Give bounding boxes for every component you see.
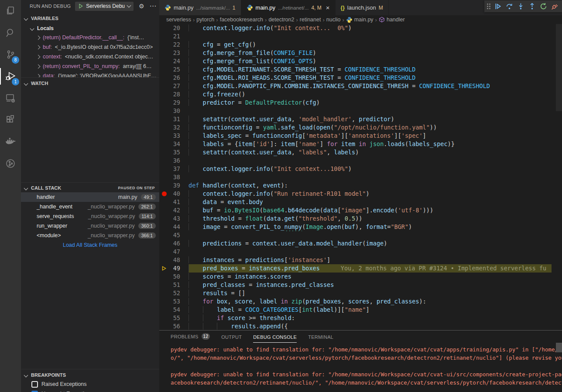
breakpoint-gutter[interactable] (159, 32, 169, 41)
breakpoint-row[interactable]: ✓Uncaught Exceptions (21, 389, 159, 392)
breakpoint-gutter[interactable] (159, 248, 169, 256)
breadcrumb-item-detectron2[interactable]: detectron2 (268, 17, 294, 23)
variables-list: (return) DefaultPredictor.__call__: {'in… (21, 33, 159, 77)
breakpoint-gutter[interactable] (159, 90, 169, 99)
panel-tab-problems[interactable]: PROBLEMS12 (171, 333, 210, 343)
expand-icon (36, 45, 41, 49)
call-stack-section-header[interactable]: CALL STACK PAUSED ON STEP (21, 184, 159, 192)
breakpoint-gutter[interactable] (159, 215, 169, 223)
step-out-button[interactable] (527, 2, 537, 11)
step-into-button[interactable] (516, 2, 525, 11)
sidebar-item-extensions[interactable] (0, 109, 21, 131)
checkbox[interactable] (31, 381, 38, 388)
panel-tab-terminal[interactable]: TERMINAL (308, 334, 333, 343)
breakpoint-gutter[interactable] (159, 190, 169, 198)
launch-config-dropdown[interactable]: Serverless Debu (75, 2, 134, 11)
breakpoint-gutter[interactable] (159, 132, 169, 140)
step-over-button[interactable] (504, 2, 514, 11)
stack-frame-row[interactable]: serve_requests_nuclio_wrapper.py114:1 (21, 211, 159, 221)
stack-frame-row[interactable]: handlermain.py49:1 (21, 192, 159, 202)
breadcrumb-item-retinanet[interactable]: retinanet (300, 17, 321, 23)
tab-main-py[interactable]: main.py.../retinanet/...4, M× (241, 0, 336, 15)
breadcrumb-item-nuclio[interactable]: nuclio (326, 17, 341, 23)
restart-button[interactable] (538, 2, 548, 11)
breakpoint-gutter[interactable] (159, 306, 169, 314)
gear-icon[interactable]: ⚙ (139, 3, 144, 9)
checkbox[interactable]: ✓ (31, 391, 38, 392)
breakpoint-gutter[interactable] (159, 41, 169, 49)
locals-scope-row[interactable]: Locals (21, 24, 159, 33)
breadcrumb-item-facebookresearch[interactable]: facebookresearch (220, 17, 263, 23)
close-icon[interactable]: × (326, 4, 330, 11)
breakpoint-gutter[interactable] (159, 140, 169, 148)
breakpoint-gutter[interactable] (159, 57, 169, 65)
stack-frame-row[interactable]: run_wrapper_nuclio_wrapper.py360:1 (21, 221, 159, 231)
code-text: def handler(context, event): (188, 181, 552, 190)
breadcrumb-item-main-py[interactable]: main.py (346, 17, 374, 23)
variable-row[interactable]: (return) convert_PIL_to_numpy: array([[[… (21, 61, 159, 71)
panel-tab-debug-console[interactable]: DEBUG CONSOLE (253, 334, 297, 343)
breadcrumb-label: serverless (166, 17, 191, 23)
sidebar-item-run-and-debug[interactable]: 1 (0, 65, 21, 87)
disconnect-button[interactable] (550, 2, 559, 11)
sidebar-item-source-control[interactable]: 8 (0, 44, 21, 65)
panel-scrollbar[interactable] (556, 343, 562, 352)
sidebar-item-git-graph[interactable] (0, 153, 21, 174)
tab-main-py[interactable]: main.py.../siammask/...1 (159, 0, 241, 15)
breakpoint-gutter[interactable] (159, 123, 169, 132)
breakpoint-gutter[interactable] (159, 49, 169, 57)
breakpoint-gutter[interactable] (159, 65, 169, 74)
breakpoint-gutter[interactable] (159, 74, 169, 82)
sidebar-item-docker[interactable] (0, 131, 21, 153)
sidebar-item-explorer[interactable] (0, 0, 21, 22)
sidebar-item-search[interactable] (0, 22, 21, 44)
variable-row[interactable]: buf: <_io.BytesIO object at 0x7f5a2dc1ec… (21, 42, 159, 52)
breadcrumb-item-handler[interactable]: handler (379, 17, 405, 23)
breakpoint-gutter[interactable] (159, 107, 169, 115)
panel-tab-output[interactable]: OUTPUT (221, 334, 242, 343)
variable-row[interactable]: context: <nuclio_sdk.context.Context obj… (21, 52, 159, 61)
breakpoint-gutter[interactable] (159, 297, 169, 306)
editor-scrollbar[interactable] (556, 24, 562, 330)
breakpoint-gutter[interactable] (159, 273, 169, 281)
variable-row[interactable]: (return) DefaultPredictor.__call__: {'in… (21, 33, 159, 42)
breakpoint-gutter[interactable] (159, 322, 169, 330)
continue-button[interactable] (493, 2, 503, 11)
stack-frame-row[interactable]: <module>_nuclio_wrapper.py366:1 (21, 231, 159, 240)
breakpoint-gutter[interactable] (159, 264, 169, 273)
breakpoint-gutter[interactable] (159, 198, 169, 206)
breakpoint-gutter[interactable] (159, 239, 169, 248)
code-editor[interactable]: 20 context.logger.info("Init context... … (159, 24, 562, 330)
variable-row[interactable]: data: {'image': 'iVBORw0KGgoAAAANSUhE… (21, 71, 159, 77)
watch-section-header[interactable]: WATCH (21, 79, 159, 88)
breakpoint-gutter[interactable] (159, 231, 169, 239)
breadcrumb-item-pytorch[interactable]: pytorch (196, 17, 214, 23)
variables-section-header[interactable]: VARIABLES (21, 14, 159, 23)
breakpoint-gutter[interactable] (159, 115, 169, 123)
breakpoint-row[interactable]: Raised Exceptions (21, 379, 159, 389)
breakpoint-gutter[interactable] (159, 157, 169, 165)
load-all-stack-frames-link[interactable]: Load All Stack Frames (21, 240, 159, 250)
breakpoint-gutter[interactable] (159, 223, 169, 231)
breadcrumb-item-serverless[interactable]: serverless (166, 17, 191, 23)
breakpoint-gutter[interactable] (159, 82, 169, 90)
breakpoint-gutter[interactable] (159, 148, 169, 157)
breakpoint-gutter[interactable] (159, 289, 169, 297)
breakpoint-gutter[interactable] (159, 181, 169, 190)
breakpoint-gutter[interactable] (159, 281, 169, 289)
debug-console-output[interactable]: pydev debugger: unable to find translati… (159, 343, 562, 387)
toolbar-drag-handle[interactable] (487, 3, 490, 9)
sidebar-item-remote-explorer[interactable] (0, 87, 21, 109)
tab-launch-json[interactable]: {}launch.jsonM (336, 0, 389, 15)
breakpoint-gutter[interactable] (159, 173, 169, 181)
breakpoints-section-header[interactable]: BREAKPOINTS (21, 371, 159, 379)
breakpoint-gutter[interactable] (159, 206, 169, 215)
breakpoint-gutter[interactable] (159, 165, 169, 173)
stack-frame-row[interactable]: _handle_event_nuclio_wrapper.py262:1 (21, 202, 159, 211)
breakpoint-gutter[interactable] (159, 24, 169, 32)
breadcrumb-separator: › (322, 17, 324, 23)
breakpoint-gutter[interactable] (159, 99, 169, 107)
breakpoint-gutter[interactable] (159, 314, 169, 322)
breakpoint-gutter[interactable] (159, 256, 169, 264)
more-actions-icon[interactable]: ⋯ (150, 3, 157, 10)
